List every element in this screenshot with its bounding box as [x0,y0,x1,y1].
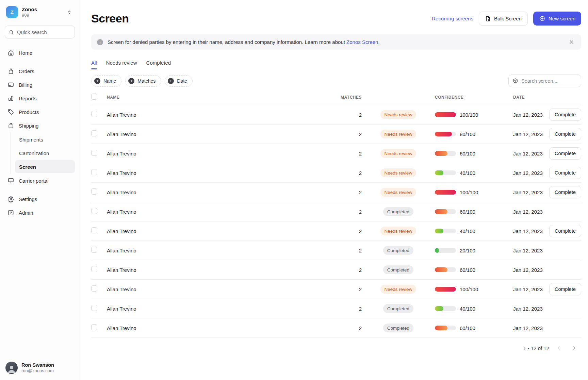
select-all-checkbox[interactable] [91,94,97,100]
row-date: Jan 12, 2023 [513,228,551,234]
row-checkbox[interactable] [91,227,97,233]
table-row: Allan Trevino 2 Completed 60/100 Jan 12,… [91,260,581,280]
filter-chip-name[interactable]: Name [91,75,121,87]
sidebar-item-cartonization[interactable]: Cartonization [15,147,75,160]
sidebar-item-label: Billing [19,82,32,88]
status-badge: Needs review [380,227,416,235]
recurring-screens-link[interactable]: Recurring screens [432,16,473,21]
row-date: Jan 12, 2023 [513,170,551,176]
row-name: Allan Trevino [107,248,321,253]
table-search-input[interactable] [521,78,577,84]
row-checkbox[interactable] [91,208,97,214]
shipping-subnav: Shipments Cartonization Screen [11,132,75,174]
row-matches: 2 [321,131,362,137]
row-date: Jan 12, 2023 [513,267,551,273]
new-screen-button[interactable]: New screen [533,12,581,26]
status-badge: Needs review [380,188,416,197]
row-checkbox[interactable] [91,324,97,330]
status-badge: Completed [383,265,413,274]
complete-button[interactable]: Complete [549,186,581,198]
row-checkbox[interactable] [91,111,97,117]
sidebar-item-billing[interactable]: Billing [5,78,75,92]
sidebar-item-label: Admin [19,210,33,216]
row-checkbox[interactable] [91,169,97,175]
filter-chip-matches[interactable]: Matches [125,75,161,87]
sidebar-item-home[interactable]: Home [5,46,75,60]
table-row: Allan Trevino 2 Needs review 40/100 Jan … [91,163,581,183]
row-matches: 2 [321,306,362,312]
external-link-icon [7,209,14,216]
org-switcher-icon[interactable] [65,8,74,16]
plus-circle-icon [539,15,545,22]
row-matches: 2 [321,228,362,234]
table-body: Allan Trevino 2 Needs review 100/100 Jan… [91,105,581,338]
table-header: NAME MATCHES CONFIDENCE DATE [91,94,581,105]
row-date: Jan 12, 2023 [513,151,551,156]
org-switcher-row[interactable]: Z Zonos 909 [4,5,76,19]
table-search[interactable] [508,75,581,87]
chevron-left-icon[interactable] [554,343,564,353]
tab-all[interactable]: All [91,60,97,69]
confidence-bar [435,209,456,214]
tab-needs-review[interactable]: Needs review [106,60,137,69]
confidence-label: 100/100 [460,189,478,195]
complete-button[interactable]: Complete [549,167,581,179]
sidebar-item-carrier-portal[interactable]: Carrier portal [5,174,75,187]
sidebar-item-admin[interactable]: Admin [5,206,75,219]
row-checkbox[interactable] [91,150,97,156]
row-checkbox[interactable] [91,305,97,311]
row-checkbox[interactable] [91,188,97,195]
complete-button[interactable]: Complete [549,128,581,140]
confidence-label: 20/100 [460,248,475,253]
sidebar-item-products[interactable]: Products [5,105,75,119]
tab-completed[interactable]: Completed [146,60,171,69]
sidebar-item-shipping[interactable]: Shipping [5,119,75,132]
row-checkbox[interactable] [91,285,97,292]
sidebar-item-orders[interactable]: Orders [5,64,75,78]
status-badge: Completed [383,246,413,255]
confidence-bar [435,190,456,195]
row-name: Allan Trevino [107,228,321,234]
row-date: Jan 12, 2023 [513,112,551,118]
sidebar-item-screen[interactable]: Screen [15,160,75,173]
confidence-label: 40/100 [460,306,475,312]
sidebar-item-label: Settings [19,196,37,202]
confidence-bar [435,287,456,292]
row-name: Allan Trevino [107,131,321,137]
row-checkbox[interactable] [91,130,97,136]
row-checkbox[interactable] [91,247,97,253]
confidence-bar [435,306,456,311]
table-row: Allan Trevino 2 Needs review 40/100 Jan … [91,221,581,241]
bulk-screen-button[interactable]: Bulk Screen [479,12,528,26]
close-icon[interactable] [568,38,575,46]
sidebar-item-settings[interactable]: Settings [5,192,75,206]
user-name: Ron Swanson [21,362,54,368]
row-name: Allan Trevino [107,112,321,118]
quick-search[interactable] [5,26,75,38]
sidebar-item-reports[interactable]: Reports [5,92,75,105]
row-date: Jan 12, 2023 [513,286,551,292]
filter-chip-date[interactable]: Date [165,75,193,87]
complete-button[interactable]: Complete [549,147,581,160]
quick-search-input[interactable] [17,29,71,35]
complete-button[interactable]: Complete [549,225,581,237]
complete-button[interactable]: Complete [549,283,581,295]
confidence-bar [435,326,456,330]
status-badge: Needs review [380,149,416,158]
complete-button[interactable]: Complete [549,109,581,121]
row-date: Jan 12, 2023 [513,248,551,253]
plus-icon [128,78,134,84]
zonos-screen-link[interactable]: Zonos Screen [346,39,378,45]
row-name: Allan Trevino [107,151,321,156]
row-matches: 2 [321,248,362,253]
row-date: Jan 12, 2023 [513,306,551,312]
status-badge: Needs review [380,168,416,177]
row-checkbox[interactable] [91,266,97,272]
pagination: 1 - 12 of 12 [91,343,581,353]
sidebar-item-shipments[interactable]: Shipments [15,133,75,146]
user-profile[interactable]: Ron Swanson ron@zonos.com [4,360,76,374]
user-email: ron@zonos.com [21,368,54,373]
confidence-bar [435,229,456,233]
status-badge: Completed [383,324,413,332]
chevron-right-icon[interactable] [569,343,579,353]
